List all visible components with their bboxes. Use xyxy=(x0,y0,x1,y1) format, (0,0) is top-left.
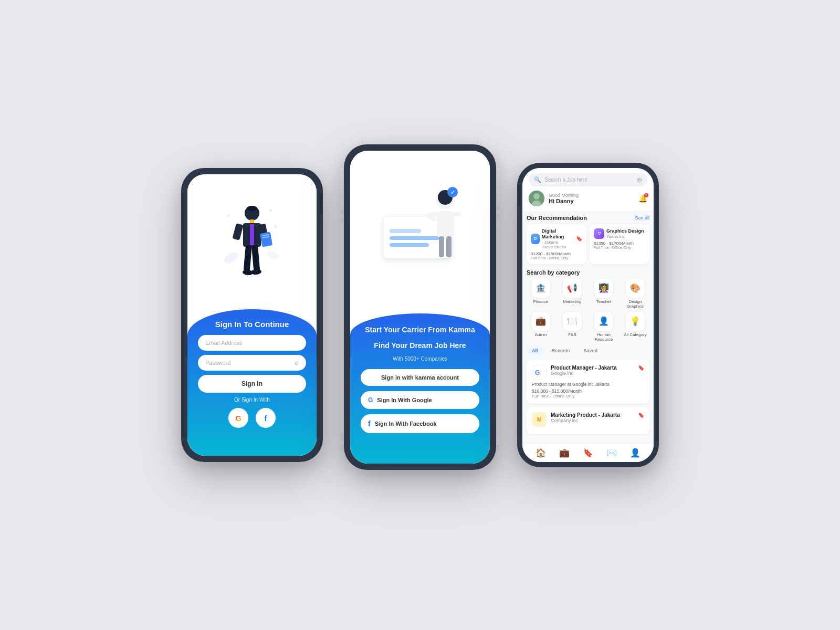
svg-rect-26 xyxy=(390,243,429,247)
category-title: Search by category xyxy=(527,269,580,276)
category-marketing[interactable]: 📢 Marketing xyxy=(558,279,586,309)
notification-bell[interactable]: 🔔 1 xyxy=(638,194,647,203)
password-field[interactable]: Password ⊘ xyxy=(198,355,306,371)
marketing-icon-wrap: 📢 xyxy=(563,279,582,298)
category-design-graphics[interactable]: 🎨 Design Graphics xyxy=(621,279,649,309)
bookmark-job-2[interactable]: 🔖 xyxy=(638,412,644,418)
signin-illustration-area xyxy=(187,174,317,309)
signin-title: Sign In To Continue xyxy=(215,320,289,329)
search-bar[interactable]: 🔍 Search a Job here ◎ xyxy=(529,173,647,186)
teacher-label: Teacher xyxy=(596,299,611,304)
marketing-label: Marketing xyxy=(563,299,581,304)
svg-rect-25 xyxy=(390,236,439,240)
filter-recents[interactable]: Recents xyxy=(547,346,575,355)
category-fb[interactable]: 🍽️ F&B xyxy=(558,312,586,342)
hr-label: Human Resource xyxy=(590,332,618,342)
nav-profile[interactable]: 👤 xyxy=(630,448,640,458)
rec-studio-1: Jueve Studio xyxy=(542,245,574,249)
admin-icon-wrap: 💼 xyxy=(531,312,550,331)
category-admin[interactable]: 💼 Admin xyxy=(527,312,555,342)
svg-rect-14 xyxy=(251,245,260,271)
svg-point-4 xyxy=(247,206,257,211)
signin-form-area: Sign In To Continue Email Address Passwo… xyxy=(187,309,317,456)
svg-point-1 xyxy=(274,224,278,228)
facebook-onboard-label: Sign In With Facebook xyxy=(375,421,437,427)
see-all-button[interactable]: See all xyxy=(635,215,649,220)
recommendation-header: Our Recommendation See all xyxy=(527,215,649,221)
svg-rect-13 xyxy=(244,245,252,271)
finance-icon-wrap: 🏦 xyxy=(531,279,550,298)
svg-rect-35 xyxy=(439,236,444,257)
all-icon-wrap: 💡 xyxy=(626,312,645,331)
svg-rect-7 xyxy=(250,224,254,245)
all-label: All Category xyxy=(624,332,647,337)
svg-rect-8 xyxy=(232,223,243,240)
fb-icon-wrap: 🍽️ xyxy=(563,312,582,331)
bookmark-job-1[interactable]: 🔖 xyxy=(638,365,644,371)
rec-card-1-info: Digital Marketing - Jakarta Jueve Studio xyxy=(542,228,574,249)
svg-point-38 xyxy=(533,193,540,200)
user-greeting-row: Good Morning Hi Danny 🔔 1 xyxy=(529,191,647,206)
svg-text:G: G xyxy=(535,369,540,376)
svg-rect-33 xyxy=(453,212,461,216)
svg-text:✓: ✓ xyxy=(450,190,455,195)
facebook-signin-button[interactable]: f xyxy=(256,408,276,428)
google-signin-button[interactable]: G xyxy=(228,408,248,428)
job-card-1[interactable]: G Product Manager - Jakarta Google.inc 🔖… xyxy=(527,360,649,404)
greeting-label: Good Morning xyxy=(549,193,579,198)
category-finance[interactable]: 🏦 Finance xyxy=(527,279,555,309)
recommendation-cards: D Digital Marketing - Jakarta Jueve Stud… xyxy=(527,224,649,264)
bookmark-icon-1[interactable]: 🔖 xyxy=(576,236,582,242)
nav-saved[interactable]: 🔖 xyxy=(583,448,593,458)
category-all[interactable]: 💡 All Category xyxy=(621,312,649,342)
nav-messages[interactable]: ✉️ xyxy=(606,448,617,458)
signin-button[interactable]: Sign In xyxy=(198,375,306,393)
onboarding-headline1: Start Your Carrier From Kamma xyxy=(365,325,475,335)
kamma-signin-button[interactable]: Sign in with kamma account xyxy=(361,369,479,386)
profile-icon: 👤 xyxy=(630,448,640,458)
rec-card-1[interactable]: D Digital Marketing - Jakarta Jueve Stud… xyxy=(527,224,586,264)
finance-label: Finance xyxy=(533,299,548,304)
svg-rect-36 xyxy=(446,236,452,257)
onboarding-screen: ✓ Start Your Carrier xyxy=(350,151,490,464)
signin-person-illustration xyxy=(218,195,286,289)
job-2-position: Marketing Product - Jakarta xyxy=(551,412,634,418)
onboarding-illustration-area: ✓ xyxy=(350,151,490,313)
google-icon: G xyxy=(235,414,242,423)
job-1-salary: $10.000 - $15.000/Month xyxy=(532,388,644,394)
onboarding-illustration: ✓ xyxy=(368,174,472,290)
filter-tabs: All Recents Saved xyxy=(527,346,649,355)
google-company-logo: G xyxy=(532,365,547,380)
facebook-onboard-button[interactable]: f Sign In With Facebook xyxy=(361,414,479,433)
svg-point-18 xyxy=(266,250,280,260)
search-input-placeholder: Search a Job here xyxy=(544,177,634,183)
hr-icon-wrap: 👤 xyxy=(594,312,613,331)
job-card-2[interactable]: M Marketing Product - Jakarta Company.in… xyxy=(527,407,649,434)
category-teacher[interactable]: 👩‍🏫 Teacher xyxy=(590,279,618,309)
design-icon-wrap: 🎨 xyxy=(626,279,645,298)
email-field[interactable]: Email Address xyxy=(198,335,306,351)
onboarding-headline2: Find Your Dream Job Here xyxy=(374,341,466,351)
filter-saved[interactable]: Saved xyxy=(579,346,603,355)
design-label: Design Graphics xyxy=(621,299,649,309)
rec-card-2-header: ▽ Graphics Design Yaano.inc xyxy=(594,228,645,239)
nav-jobs[interactable]: 💼 xyxy=(559,448,570,458)
category-hr[interactable]: 👤 Human Resource xyxy=(590,312,618,342)
teacher-icon-wrap: 👩‍🏫 xyxy=(594,279,613,298)
rec-card-2-info: Graphics Design Yaano.inc xyxy=(606,228,644,239)
nav-home[interactable]: 🏠 xyxy=(536,448,546,458)
rec-card-1-header: D Digital Marketing - Jakarta Jueve Stud… xyxy=(531,228,582,249)
social-signin-options: G f xyxy=(228,408,276,428)
job-1-desc: Product Manager at Google.inc Jakarta xyxy=(532,382,644,387)
job-2-company: Company.inc xyxy=(551,418,634,423)
google-onboard-button[interactable]: G Sign In With Google xyxy=(361,391,479,409)
home-icon: 🏠 xyxy=(536,448,546,458)
jobs-icon: 💼 xyxy=(559,448,570,458)
rec-salary-2: $1350 - $1700/Month xyxy=(594,241,645,246)
rec-company-1: - Jakarta xyxy=(542,240,574,245)
messages-icon: ✉️ xyxy=(606,448,617,458)
user-avatar xyxy=(529,191,544,206)
filter-all[interactable]: All xyxy=(527,346,543,355)
onboarding-form-area: Start Your Carrier From Kamma Find Your … xyxy=(350,313,490,464)
rec-card-2[interactable]: ▽ Graphics Design Yaano.inc $1350 - $170… xyxy=(590,224,649,264)
